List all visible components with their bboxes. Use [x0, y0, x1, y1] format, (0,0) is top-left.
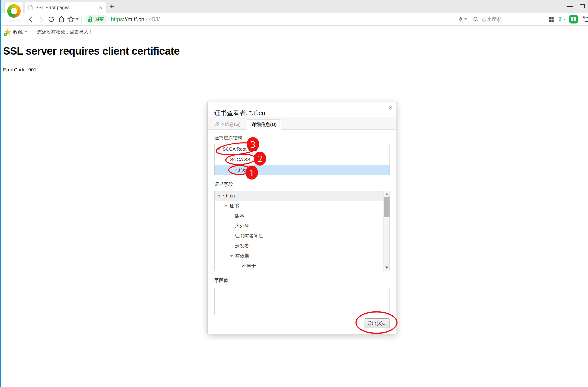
collapse-triangle-icon[interactable] [218, 195, 221, 197]
page-title: SSL server requires client certificate [3, 45, 588, 57]
toolbar-divider [546, 16, 546, 23]
toolbar-divider [470, 16, 470, 23]
undo-icon [582, 16, 588, 23]
add-favorite-plus-icon: + [4, 33, 7, 36]
new-tab-button[interactable]: + [109, 2, 114, 11]
field-row[interactable]: 不早于 [214, 261, 383, 271]
fields-rows: *.tf.cn 证书 版本 序列号 证书签名算法 颁发者 [214, 191, 383, 271]
field-row[interactable]: 颁发者 [214, 241, 383, 251]
search-placeholder: 点此搜索 [482, 16, 501, 22]
scissors-caret-icon [563, 19, 566, 20]
horizontal-rule [3, 77, 585, 77]
url-scheme: https [111, 16, 123, 22]
dialog-close-icon[interactable]: × [389, 105, 392, 111]
window-maximize-icon[interactable] [580, 4, 585, 8]
tree-item-label: SCCA Root CA1 [223, 146, 257, 152]
undo-button[interactable] [582, 16, 588, 23]
secure-badge[interactable]: 国密 [84, 15, 107, 23]
field-value-label: 字段值 [214, 277, 390, 284]
tree-item-ssl-ca[interactable]: SCCA SSL CA1 [214, 154, 390, 165]
browser-logo-ring [7, 4, 21, 18]
back-icon [28, 16, 34, 23]
window-minimize-icon[interactable] [567, 6, 573, 7]
toolbar-divider [82, 16, 82, 23]
home-icon [58, 16, 65, 23]
certificate-viewer-dialog: 证书查看者: *.tf.cn × 基本信息(G) 详细信息(D) 证书层次结构 … [207, 102, 397, 334]
field-label: 不早于 [242, 263, 256, 269]
fields-scrollbar[interactable] [383, 191, 390, 271]
reload-button[interactable] [46, 16, 56, 23]
scroll-down-icon[interactable] [385, 266, 388, 269]
search-icon [473, 17, 479, 22]
collapse-triangle-icon[interactable] [217, 148, 221, 150]
book-icon [571, 17, 576, 22]
forward-button[interactable] [36, 16, 46, 23]
collapse-triangle-icon[interactable] [225, 159, 228, 161]
field-label: 证书签名算法 [235, 233, 263, 239]
url-port: :4453/ [144, 16, 160, 22]
import-favorites-link[interactable]: 您还没有收藏，点击导入！ [37, 29, 93, 35]
tab-title: SSL Error pages [35, 5, 96, 10]
scrollbar-thumb[interactable] [384, 197, 390, 217]
star-icon [67, 16, 74, 23]
reload-icon [48, 16, 55, 23]
hierarchy-section-label: 证书层次结构 [214, 134, 390, 141]
collapse-triangle-icon[interactable] [230, 255, 233, 257]
reading-mode-button[interactable] [569, 15, 578, 23]
field-label: 有效期 [235, 253, 249, 259]
apps-grid-icon[interactable] [549, 17, 554, 22]
window-edge-highlight [0, 0, 1, 387]
favorites-caret-icon[interactable] [25, 31, 27, 33]
field-row[interactable]: 证书 [214, 201, 383, 211]
page-icon [28, 5, 33, 10]
browser-logo[interactable] [5, 2, 23, 20]
tab-close-icon[interactable]: × [99, 5, 102, 10]
fields-section-label: 证书字段 [214, 181, 390, 187]
field-row[interactable]: *.tf.cn [214, 191, 383, 201]
quick-actions-button[interactable] [457, 16, 464, 22]
screenshot-button[interactable]: ✂ [557, 16, 566, 23]
favorites-button[interactable]: + [4, 29, 12, 36]
quick-actions-caret-icon[interactable] [464, 18, 467, 20]
scroll-up-icon[interactable] [385, 193, 388, 195]
lock-icon [88, 16, 93, 22]
field-row[interactable]: 序列号 [214, 221, 383, 231]
collapse-triangle-icon[interactable] [224, 205, 228, 207]
page-content: SSL server requires client certificate E… [0, 38, 588, 77]
browser-tab[interactable]: SSL Error pages × [25, 2, 106, 13]
lightning-icon [458, 16, 463, 22]
forward-icon [38, 16, 44, 23]
address-bar[interactable]: https ://m.tf.cn :4453/ [111, 16, 457, 22]
tab-details[interactable]: 详细信息(D) [247, 119, 281, 130]
back-button[interactable] [26, 16, 36, 23]
search-input[interactable]: 点此搜索 [473, 16, 543, 22]
dialog-body: 证书层次结构 SCCA Root CA1 SCCA SSL CA1 *.tf.c… [214, 130, 390, 328]
dialog-tab-strip: 基本信息(G) 详细信息(D) [208, 117, 397, 130]
error-code: ErrorCode: 901 [3, 67, 588, 73]
url-host: ://m.tf.cn [123, 16, 144, 22]
home-button[interactable] [56, 16, 66, 23]
field-label: *.tf.cn [223, 193, 235, 199]
field-value-box [214, 288, 390, 315]
favorites-label[interactable]: 收藏 [13, 29, 23, 35]
tab-bar: SSL Error pages × + [0, 0, 588, 13]
bookmarks-bar: + 收藏 您还没有收藏，点击导入！ [0, 26, 588, 38]
bookmark-menu-caret-icon[interactable] [76, 18, 79, 20]
dialog-title: 证书查看者: *.tf.cn [214, 109, 265, 117]
tab-general-info[interactable]: 基本信息(G) [214, 119, 242, 129]
field-row[interactable]: 有效期 [214, 251, 383, 261]
certificate-fields-list: *.tf.cn 证书 版本 序列号 证书签名算法 颁发者 [214, 191, 390, 271]
field-row[interactable]: 版本 [214, 211, 383, 221]
tree-item-root-ca[interactable]: SCCA Root CA1 [214, 144, 390, 154]
bookmark-page-button[interactable] [66, 16, 75, 23]
export-row: 导出(X)... [214, 318, 390, 328]
field-label: 序列号 [235, 223, 249, 229]
export-button[interactable]: 导出(X)... [364, 318, 390, 328]
scissors-icon: ✂ [556, 17, 564, 22]
toolbar-right-cluster: ✂ [549, 15, 588, 23]
field-label: 颁发者 [235, 243, 249, 249]
tree-item-leaf-cert[interactable]: *.tf.cn [214, 165, 390, 175]
field-label: 版本 [235, 213, 244, 219]
tree-item-label: SCCA SSL CA1 [230, 157, 263, 162]
field-row[interactable]: 证书签名算法 [214, 231, 383, 241]
